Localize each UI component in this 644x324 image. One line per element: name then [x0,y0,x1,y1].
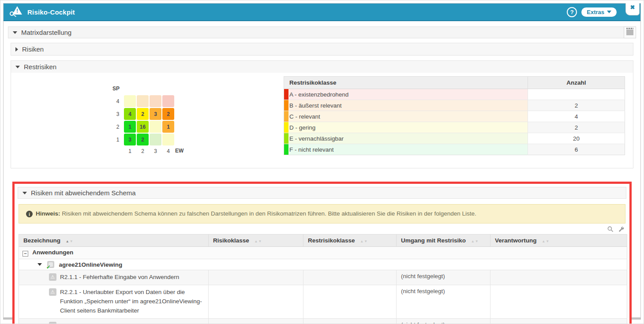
matrix-x-axis-label: EW [175,146,188,158]
risk-umgang: (nicht festgelegt) [397,318,490,324]
column-header-umgang[interactable]: Umgang mit Restrisiko ▲▼ [397,235,490,247]
info-icon: i [26,211,33,217]
risk-risikoklasse [209,318,303,324]
section-risiken-header[interactable]: Risiken [11,43,633,55]
class-row-d: D - gering 2 [284,122,625,133]
risk-matrix: SP 4 3 4 2 3 [112,82,284,158]
subgroup-row-agree21onlineviewing[interactable]: ✓ agree21OnlineViewing [19,259,627,270]
collapse-minus-icon[interactable]: − [22,251,28,257]
section-restrisiken-label: Restrisiken [24,63,56,71]
class-row-b: B - äußerst relevant 2 [284,100,625,111]
group-label: Anwendungen [32,249,73,256]
class-count: 2 [528,100,625,111]
column-header-verantwortung[interactable]: Verantwortung ▲▼ [490,235,627,247]
chevron-down-icon[interactable] [37,263,42,266]
layout-grid-icon[interactable] [624,26,636,38]
matrix-row-label: 3 [112,108,123,120]
class-row-f: F - nicht relevant 6 [284,144,625,155]
wrench-icon[interactable] [618,226,625,233]
matrix-cell[interactable] [150,134,161,145]
header-label: Umgang mit Restrisiko [401,237,466,244]
risk-bezeichnung: R2.1.1 - Fehlerhafte Eingabe von Anwende… [60,273,179,282]
matrix-cell[interactable]: 2 [162,108,174,120]
restrisiken-body: SP 4 3 4 2 3 [11,73,633,168]
content-area: Matrixdarstellung Risiken [4,21,640,324]
sort-icons: ▲▼ [255,239,262,243]
app-window: ! Risiko-Cockpit ? Extras ✖ Matrixdarste… [3,3,641,318]
class-color-strip [284,122,288,133]
section-matrixdarstellung-label: Matrixdarstellung [21,29,71,36]
matrixdarstellung-body: Risiken Restrisiken SP [8,38,636,168]
class-label: E - vernachlässigbar [289,135,344,142]
class-color-strip [284,111,288,122]
section-risiken-label: Risiken [22,45,44,53]
risk-verantwortung [490,285,627,318]
search-icon[interactable] [607,226,614,233]
class-row-e: E - vernachlässigbar 20 [284,133,625,144]
section-abweichend-header[interactable]: Risiken mit abweichendem Schema [18,187,626,199]
sort-icons: ▲▼ [542,239,550,243]
restrisiko-class-table-wrap: Restrisikoklasse Anzahl A - existenzbedr… [284,76,625,158]
matrix-cell[interactable] [150,95,161,107]
grid-glyph [626,30,633,35]
close-button[interactable]: ✖ [625,3,640,15]
extras-button[interactable]: Extras [581,7,617,17]
class-row-a: A - existenzbedrohend [284,89,625,100]
risk-warning-icon: ⚠ [49,273,56,281]
class-count [528,89,625,100]
section-matrixdarstellung-header[interactable]: Matrixdarstellung [8,26,636,38]
risk-row[interactable]: ⚠R2.2.1 - Unerlaubter Export von Daten ü… [19,285,627,318]
risk-risikoklasse [209,285,303,318]
class-label: A - existenzbedrohend [289,91,348,98]
matrix-cell[interactable]: 3 [150,108,161,120]
class-table-header-count: Anzahl [528,77,625,89]
matrix-cell[interactable]: 1 [124,121,136,133]
matrix-cell[interactable]: 4 [124,108,136,120]
hint-box: i Hinweis: Risiken mit abweichendem Sche… [19,204,625,223]
risk-verantwortung [490,318,627,324]
matrix-col-label: 3 [150,146,161,158]
matrix-cell[interactable] [137,95,149,107]
matrix-cell[interactable] [124,95,136,107]
matrix-cell[interactable] [150,121,161,133]
risk-list-table: Bezeichnung ▲▼ Risikoklasse ▲▼ Restrisik… [19,234,627,324]
class-color-strip [284,89,288,100]
matrix-cell[interactable]: 2 [137,108,149,120]
matrix-cell[interactable]: 1 [162,121,174,133]
header-label: Bezeichnung [23,237,60,244]
chevron-down-icon [607,11,611,13]
hint-body: Risiken mit abweichendem Schema können z… [60,210,476,217]
help-button[interactable]: ? [567,7,577,17]
chevron-down-icon [13,31,17,34]
risk-row[interactable]: ⚠R2.1.1 - Fehlerhafte Eingabe von Anwend… [19,270,627,285]
close-icon: ✖ [630,4,635,11]
group-row-anwendungen[interactable]: − Anwendungen [19,247,627,259]
header-label: Verantwortung [495,237,537,244]
matrix-col-label: 2 [137,146,149,158]
class-count: 4 [528,111,625,122]
column-header-risikoklasse[interactable]: Risikoklasse ▲▼ [209,235,303,247]
sort-icons: ▲▼ [471,239,479,243]
matrix-cell[interactable] [162,95,174,107]
matrix-row-label: 2 [112,121,123,133]
section-restrisiken-header[interactable]: Restrisiken [11,61,633,73]
class-color-strip [284,133,288,144]
chevron-right-icon [15,47,18,52]
extras-label: Extras [587,9,604,15]
column-header-bezeichnung[interactable]: Bezeichnung ▲▼ [19,235,209,247]
titlebar: ! Risiko-Cockpit ? Extras ✖ [4,4,640,21]
risk-restrisikoklasse [303,270,397,285]
matrix-cell[interactable]: 3 [124,134,136,145]
matrix-cell[interactable]: 16 [137,121,149,133]
panel-risiken: Risiken [11,43,633,56]
matrix-cell[interactable]: 2 [137,134,149,145]
header-label: Risikoklasse [213,237,249,244]
column-header-restrisikoklasse[interactable]: Restrisikoklasse ▲▼ [303,235,397,247]
highlighted-section-risiken-abweichendes-schema: Risiken mit abweichendem Schema i Hinwei… [12,182,632,324]
risk-row[interactable]: ⚠R2.2.2 - Unerlaubter Export von Daten ü… [19,318,627,324]
class-label: F - nicht relevant [289,146,334,153]
matrix-cell[interactable] [162,134,174,145]
class-count: 6 [528,144,625,155]
hint-prefix: Hinweis: [36,210,60,217]
risk-verantwortung [490,270,627,285]
